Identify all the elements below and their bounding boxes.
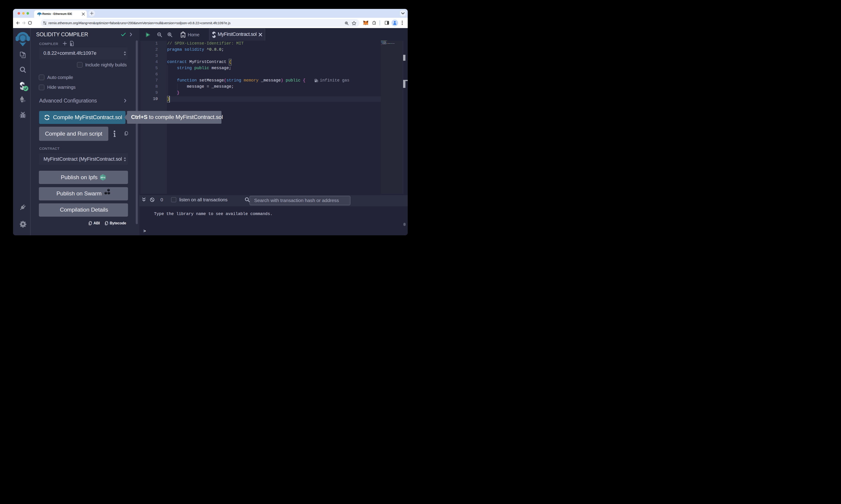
svg-text:IPFS: IPFS [101, 177, 105, 179]
